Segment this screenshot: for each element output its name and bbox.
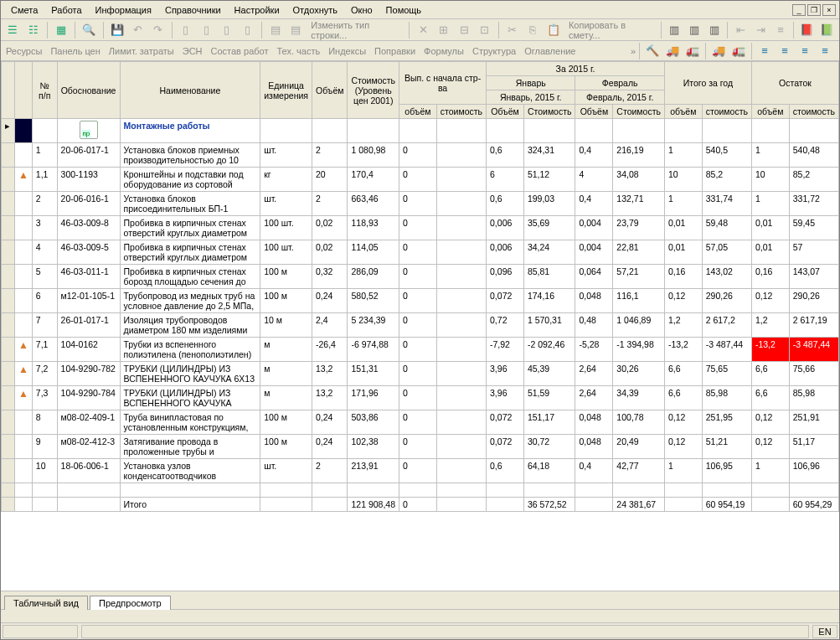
table-row[interactable]: 1018-06-006-1Установка узлов конденсатоо… — [2, 459, 839, 483]
sub-popravki[interactable]: Поправки — [374, 46, 415, 56]
search-icon[interactable]: 🔍 — [80, 21, 97, 39]
tool-truck4-icon[interactable]: 🚛 — [729, 42, 748, 60]
table-row[interactable]: 6м12-01-105-1Трубопровод из медных труб … — [2, 289, 839, 313]
menu-nastr[interactable]: Настройки — [228, 3, 286, 17]
doc3-icon[interactable]: ▯ — [219, 21, 235, 39]
doc1-icon[interactable]: ▯ — [178, 21, 194, 39]
hdr-feb[interactable]: Февраль — [575, 76, 664, 90]
tool-truck2-icon[interactable]: 🚛 — [683, 42, 702, 60]
hdr-za2015[interactable]: За 2015 г. — [487, 62, 665, 76]
hdr-vyp[interactable]: Вып. с начала стр-ва — [399, 62, 487, 105]
table-row[interactable]: 9м08-02-412-3Затягивание провода в проло… — [2, 435, 839, 459]
menu-help[interactable]: Помощь — [379, 3, 429, 17]
hdr-sub-stoim1[interactable]: стоимость — [436, 105, 486, 119]
copy-smeta-label[interactable]: Копировать в смету... — [565, 20, 656, 40]
hdr-sub-stoim4[interactable]: стоимость — [702, 105, 751, 119]
grid-container[interactable]: № п/п Обоснование Наименование Единица и… — [1, 61, 839, 591]
tool-hammer-icon[interactable]: 🔨 — [643, 42, 662, 60]
chart3-icon[interactable]: ▥ — [705, 21, 724, 39]
delete-icon[interactable]: ✕ — [415, 21, 431, 39]
hdr-itogo-god[interactable]: Итого за год — [664, 62, 751, 105]
book2-icon[interactable]: ▤ — [287, 21, 304, 39]
save-icon[interactable]: 💾 — [109, 21, 126, 39]
sub-panel-cen[interactable]: Панель цен — [50, 46, 100, 56]
tree-icon[interactable]: ☰ — [4, 21, 21, 39]
hdr-sub-obj2[interactable]: Объём — [487, 105, 524, 119]
indent-right-icon[interactable]: ⇥ — [751, 21, 770, 39]
hdr-stoim[interactable]: Стоимость (Уровень цен 2001) — [348, 62, 399, 119]
tool-truck1-icon[interactable]: 🚚 — [663, 42, 682, 60]
split-icon[interactable]: ⊞ — [435, 21, 451, 39]
help-book-icon[interactable]: 📕 — [797, 21, 816, 39]
table-row[interactable]: ▲7,1104-0162Трубки из вспененного полиэт… — [2, 338, 839, 362]
level-icon[interactable]: ≡ — [771, 21, 790, 39]
sub-struktura[interactable]: Структура — [472, 46, 516, 56]
sub-index[interactable]: Индексы — [328, 46, 366, 56]
sub-formuly[interactable]: Формулы — [424, 46, 464, 56]
hscrollbar[interactable] — [1, 609, 839, 622]
table-row[interactable]: ▲1,1300-1193Кронштейны и подставки под о… — [2, 168, 839, 192]
table-row[interactable]: ▲7,3104-9290-784ТРУБКИ (ЦИЛИНДРЫ) ИЗ ВСП… — [2, 386, 839, 410]
hdr-obosn[interactable]: Обоснование — [57, 62, 120, 119]
hdr-sub-obj5[interactable]: объём — [751, 105, 789, 119]
merge-icon[interactable]: ⊟ — [456, 21, 472, 39]
align4-icon[interactable]: ≡ — [816, 42, 834, 60]
tab-preview[interactable]: Предпросмотр — [90, 596, 171, 610]
restore-button[interactable]: ❐ — [807, 4, 821, 16]
excel-icon[interactable]: ▦ — [53, 21, 70, 39]
minimize-button[interactable]: _ — [792, 4, 806, 16]
hdr-ostatok[interactable]: Остаток — [751, 62, 838, 105]
chart2-icon[interactable]: ▥ — [685, 21, 703, 39]
group-icon[interactable]: ⊡ — [476, 21, 492, 39]
menu-okno[interactable]: Окно — [344, 3, 379, 17]
total-row[interactable]: Итого121 908,48036 572,5224 381,6760 954… — [2, 498, 839, 512]
doc4-icon[interactable]: ▯ — [239, 21, 255, 39]
tool-truck3-icon[interactable]: 🚚 — [709, 42, 728, 60]
hdr-ed[interactable]: Единица измерения — [260, 62, 312, 119]
table-row[interactable]: 546-03-011-1Пробивка в кирпичных стенах … — [2, 265, 839, 289]
undo-icon[interactable]: ↶ — [129, 21, 146, 39]
hdr-sub-obj4[interactable]: объём — [664, 105, 702, 119]
table-row[interactable]: ▲7,2104-9290-782ТРУБКИ (ЦИЛИНДРЫ) ИЗ ВСП… — [2, 362, 839, 386]
section-row[interactable]: ▸ Монтажные работы — [2, 119, 839, 143]
hdr-jan[interactable]: Январь — [487, 76, 575, 90]
hdr-jan15[interactable]: Январь, 2015 г. — [487, 90, 575, 105]
doc2-icon[interactable]: ▯ — [198, 21, 214, 39]
tree2-icon[interactable]: ☷ — [24, 21, 41, 39]
sub-sostav[interactable]: Состав работ — [211, 46, 269, 56]
menu-rest[interactable]: Отдохнуть — [286, 3, 345, 17]
hdr-sub-obj3[interactable]: Объём — [575, 105, 613, 119]
table-row[interactable]: 8м08-02-409-1Труба винипластовая по уста… — [2, 410, 839, 435]
redo-icon[interactable]: ↷ — [149, 21, 166, 39]
sub-limit[interactable]: Лимит. затраты — [109, 46, 174, 56]
align1-icon[interactable]: ≡ — [755, 42, 774, 60]
indent-left-icon[interactable]: ⇤ — [731, 21, 750, 39]
chart1-icon[interactable]: ▥ — [665, 21, 683, 39]
hdr-sub-stoim2[interactable]: Стоимость — [523, 105, 575, 119]
menu-sprav[interactable]: Справочники — [158, 3, 228, 17]
table-row[interactable]: 220-06-016-1Установка блоков присоединит… — [2, 192, 839, 216]
hdr-naim[interactable]: Наименование — [120, 62, 260, 119]
copy-icon[interactable]: ⎘ — [524, 21, 541, 39]
tab-table-view[interactable]: Табличный вид — [4, 596, 88, 610]
hdr-num[interactable]: № п/п — [32, 62, 57, 119]
sub-oglav[interactable]: Оглавление — [524, 46, 575, 56]
estimate-grid[interactable]: № п/п Обоснование Наименование Единица и… — [1, 61, 839, 512]
table-row[interactable]: 120-06-017-1Установка блоков приемных пр… — [2, 143, 839, 168]
menu-rabota[interactable]: Работа — [44, 3, 88, 17]
sub-resursy[interactable]: Ресурсы — [6, 46, 42, 56]
menu-info[interactable]: Информация — [89, 3, 158, 17]
sub-tech[interactable]: Тех. часть — [276, 46, 320, 56]
align3-icon[interactable]: ≡ — [796, 42, 814, 60]
hdr-sub-stoim5[interactable]: стоимость — [789, 105, 838, 119]
menu-smeta[interactable]: Смета — [4, 3, 44, 17]
table-row[interactable]: 726-01-017-1Изоляция трубопроводов диаме… — [2, 313, 839, 338]
cut-icon[interactable]: ✂ — [504, 21, 521, 39]
change-type-label[interactable]: Изменить тип строки... — [307, 20, 404, 40]
hdr-sub-stoim3[interactable]: Стоимость — [613, 105, 665, 119]
sub-esn[interactable]: ЭСН — [183, 46, 203, 56]
help2-icon[interactable]: 📗 — [817, 21, 836, 39]
align2-icon[interactable]: ≡ — [776, 42, 794, 60]
table-row[interactable]: 446-03-009-5Пробивка в кирпичных стенах … — [2, 240, 839, 265]
hdr-feb15[interactable]: Февраль, 2015 г. — [575, 90, 664, 105]
